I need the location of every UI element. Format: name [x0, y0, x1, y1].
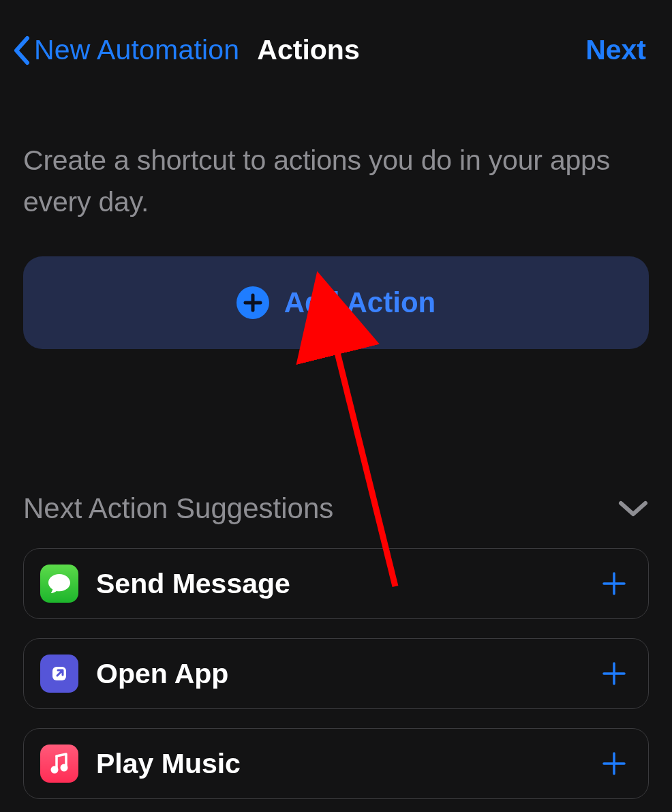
chevron-left-icon: [12, 35, 30, 65]
back-button[interactable]: New Automation Actions: [12, 34, 360, 66]
plus-circle-icon: [236, 286, 269, 319]
messages-icon: [40, 565, 78, 603]
suggestion-row-play-music[interactable]: Play Music: [23, 728, 649, 799]
open-app-icon: [40, 655, 78, 693]
music-icon: [40, 745, 78, 783]
svg-point-2: [61, 764, 68, 772]
next-button[interactable]: Next: [585, 34, 646, 66]
chevron-down-icon: [617, 498, 649, 519]
add-action-button[interactable]: Add Action: [23, 256, 649, 349]
suggestions-title: Next Action Suggestions: [23, 492, 333, 525]
page-title: Actions: [257, 34, 359, 66]
nav-bar: New Automation Actions Next: [0, 0, 672, 66]
plus-icon[interactable]: [600, 750, 628, 777]
suggestion-label: Play Music: [96, 748, 600, 780]
suggestions-header[interactable]: Next Action Suggestions: [23, 492, 649, 525]
description-text: Create a shortcut to actions you do in y…: [0, 66, 672, 222]
suggestion-row-send-message[interactable]: Send Message: [23, 548, 649, 619]
suggestion-row-open-app[interactable]: Open App: [23, 638, 649, 709]
suggestion-label: Open App: [96, 658, 600, 690]
plus-icon[interactable]: [600, 660, 628, 687]
suggestion-label: Send Message: [96, 568, 600, 600]
suggestions-list: Send Message Open App: [23, 548, 649, 799]
back-label: New Automation: [34, 34, 239, 66]
plus-icon[interactable]: [600, 570, 628, 597]
add-action-label: Add Action: [284, 286, 436, 319]
